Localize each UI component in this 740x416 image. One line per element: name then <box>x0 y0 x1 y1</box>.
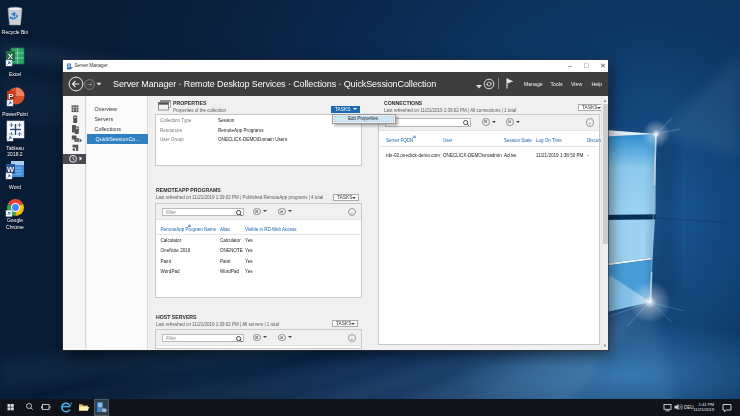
svg-text:W: W <box>7 165 15 174</box>
svg-text:P: P <box>8 92 14 101</box>
svg-text:X: X <box>8 52 14 61</box>
